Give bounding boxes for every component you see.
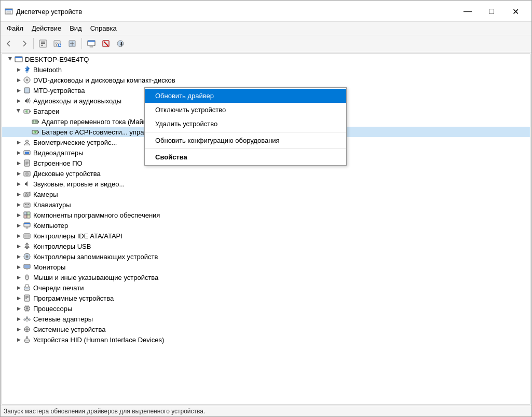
ctx-separator-1 xyxy=(145,132,346,132)
svg-rect-72 xyxy=(25,285,29,287)
ctx-update-driver[interactable]: Обновить драйвер xyxy=(145,89,346,103)
svg-rect-54 xyxy=(24,215,27,218)
tree-item-network[interactable]: ▶ Сетевые адаптеры xyxy=(2,314,530,324)
minimize-button[interactable]: — xyxy=(456,4,480,19)
svg-rect-36 xyxy=(25,152,29,154)
software-devices-icon xyxy=(23,294,31,302)
content-area: ▶ DESKTOP-E94E4TQ ▶ Bluetooth xyxy=(1,52,531,406)
tree-root[interactable]: ▶ DESKTOP-E94E4TQ xyxy=(2,54,530,64)
svg-point-45 xyxy=(25,194,28,196)
close-button[interactable]: ✕ xyxy=(503,4,527,19)
hid-icon xyxy=(23,335,31,344)
svg-point-100 xyxy=(24,339,30,343)
biometric-arrow: ▶ xyxy=(15,138,23,146)
menu-view[interactable]: Вид xyxy=(65,23,86,34)
tree-item-storage-controllers[interactable]: ▶ Контроллеры запоминающих устройств xyxy=(2,251,530,262)
ctx-properties[interactable]: Свойства xyxy=(145,150,346,164)
svg-rect-58 xyxy=(26,227,28,228)
tb-properties-button[interactable] xyxy=(36,37,50,50)
tree-item-software-devices[interactable]: ▶ Программные устройства xyxy=(2,293,530,303)
svg-rect-67 xyxy=(24,265,30,268)
dvd-arrow: ▶ xyxy=(15,76,23,84)
bluetooth-arrow: ▶ xyxy=(15,65,23,74)
tree-item-system[interactable]: ▶ Системные устройства xyxy=(2,324,530,334)
svg-rect-74 xyxy=(24,295,30,301)
root-icon xyxy=(15,55,23,63)
network-label: Сетевые адаптеры xyxy=(33,315,93,323)
tree-item-processors[interactable]: ▶ Процессоры xyxy=(2,303,530,314)
svg-rect-51 xyxy=(25,206,29,207)
tree-item-hid[interactable]: ▶ Устройства HID (Human Interface Device… xyxy=(2,334,530,345)
root-arrow: ▶ xyxy=(6,55,15,63)
maximize-button[interactable]: □ xyxy=(480,4,503,19)
processors-label: Процессоры xyxy=(33,305,72,313)
software-devices-arrow: ▶ xyxy=(15,294,23,302)
tb-forward-button[interactable] xyxy=(17,37,31,50)
tree-item-bluetooth[interactable]: ▶ Bluetooth xyxy=(2,64,530,75)
ctx-disable-device[interactable]: Отключить устройство xyxy=(145,103,346,117)
svg-point-63 xyxy=(26,248,28,249)
svg-rect-49 xyxy=(26,204,28,205)
tree-item-cameras[interactable]: ▶ Камеры xyxy=(2,189,530,199)
storage-controllers-icon xyxy=(23,252,31,261)
tb-disable-button[interactable] xyxy=(99,37,113,50)
svg-point-43 xyxy=(26,173,28,174)
tb-update-driver-button[interactable]: ? xyxy=(51,37,64,50)
mtd-label: MTD-устройства xyxy=(33,87,85,95)
tb-computer-button[interactable] xyxy=(85,37,98,50)
software-components-icon xyxy=(23,211,31,219)
storage-controllers-arrow: ▶ xyxy=(15,252,23,261)
network-icon xyxy=(23,315,31,323)
tree-item-monitors[interactable]: ▶ Мониторы xyxy=(2,262,530,272)
dvd-label: DVD-дисководы и дисководы компакт-дисков xyxy=(33,76,175,84)
sound-arrow: ▶ xyxy=(15,180,23,188)
svg-rect-27 xyxy=(24,88,30,93)
svg-point-26 xyxy=(26,79,28,81)
mice-label: Мыши и иные указывающие устройства xyxy=(33,274,158,281)
cameras-arrow: ▶ xyxy=(15,190,23,198)
tree-item-computer[interactable]: ▶ Компьютер xyxy=(2,220,530,231)
svg-rect-31 xyxy=(38,121,39,123)
adapter-icon xyxy=(31,117,39,126)
tree-item-mice[interactable]: ▶ Мыши и иные указывающие устройства xyxy=(2,272,530,283)
disk-icon xyxy=(23,169,31,178)
ctx-uninstall-device[interactable]: Удалить устройство xyxy=(145,117,346,131)
tree-item-usb[interactable]: ▶ Контроллеры USB xyxy=(2,241,530,251)
menu-action[interactable]: Действие xyxy=(28,23,65,34)
disk-label: Дисковые устройства xyxy=(33,170,101,178)
menu-help[interactable]: Справка xyxy=(86,23,121,34)
tb-back-button[interactable] xyxy=(3,37,16,50)
ctx-scan-hardware[interactable]: Обновить конфигурацию оборудования xyxy=(145,133,346,147)
status-text: Запуск мастера обновления драйверов для … xyxy=(4,408,205,415)
tree-item-disk[interactable]: ▶ Дисковые устройства xyxy=(2,168,530,179)
computer-icon xyxy=(23,221,31,230)
tree-item-sound[interactable]: ▶ Звуковые, игровые и видео... xyxy=(2,179,530,189)
computer-label: Компьютер xyxy=(33,222,68,230)
tree-item-print-queues[interactable]: ▶ Очереди печати xyxy=(2,283,530,293)
svg-text:⬇: ⬇ xyxy=(119,42,124,47)
svg-point-102 xyxy=(26,337,28,338)
tb-help-button[interactable]: ⬇ xyxy=(114,37,127,50)
audio-arrow: ▶ xyxy=(15,97,23,105)
tree-item-keyboards[interactable]: ▶ Клавиатуры xyxy=(2,199,530,210)
print-queues-arrow: ▶ xyxy=(15,284,23,292)
svg-rect-89 xyxy=(26,317,28,318)
monitors-label: Мониторы xyxy=(33,263,65,271)
storage-controllers-label: Контроллеры запоминающих устройств xyxy=(33,253,158,261)
disk-arrow: ▶ xyxy=(15,169,23,178)
batteries-arrow: ▶ xyxy=(15,106,23,115)
ctx-separator-2 xyxy=(145,149,346,149)
svg-rect-48 xyxy=(25,204,26,205)
tree-item-ide[interactable]: ▶ Контроллеры IDE ATA/ATAPI xyxy=(2,231,530,241)
tree-item-software-components[interactable]: ▶ Компоненты программного обеспечения xyxy=(2,210,530,220)
svg-rect-90 xyxy=(29,319,30,320)
ide-arrow: ▶ xyxy=(15,232,23,240)
software-components-arrow: ▶ xyxy=(15,211,23,219)
batteries-label: Батареи xyxy=(33,107,59,115)
tree-item-dvd[interactable]: ▶ DVD-дисководы и дисководы компакт-диск… xyxy=(2,75,530,85)
tb-scan-button[interactable] xyxy=(65,37,79,50)
menu-file[interactable]: Файл xyxy=(3,23,28,34)
batteries-icon xyxy=(23,107,31,115)
svg-rect-24 xyxy=(15,57,22,58)
svg-point-34 xyxy=(26,140,29,143)
